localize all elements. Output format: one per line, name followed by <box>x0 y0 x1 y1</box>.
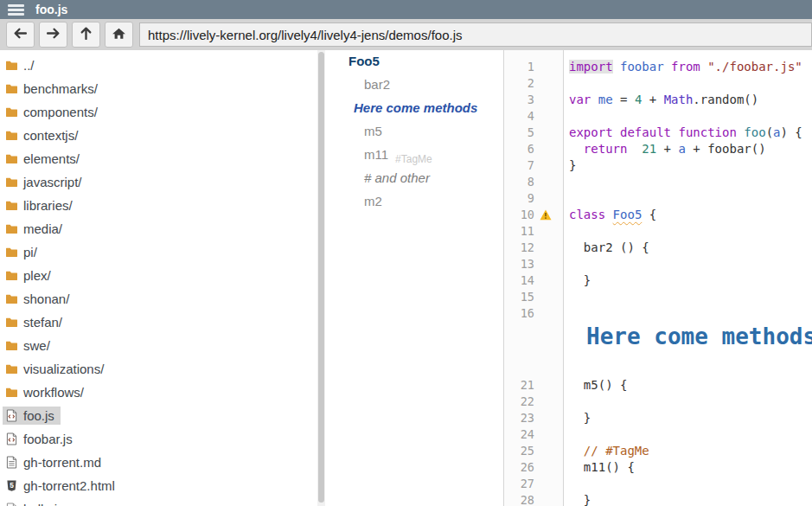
code-line[interactable]: import foobar from "./foobar.js" <box>569 59 812 75</box>
gutter-line-number[interactable]: 10 <box>504 207 563 223</box>
code-line[interactable]: } <box>569 157 812 174</box>
gutter-line-number[interactable]: 16 <box>504 305 563 322</box>
code-editor[interactable]: 123456789101112131415162122232425262728 … <box>504 50 812 506</box>
code-line[interactable] <box>569 476 812 492</box>
file-tree-item[interactable]: visualizations/ <box>0 357 325 381</box>
file-name: elements/ <box>23 151 80 166</box>
file-tree-item[interactable]: benchmarks/ <box>0 77 325 100</box>
svg-text:5: 5 <box>10 481 14 490</box>
file-tree-item[interactable]: libraries/ <box>0 194 325 217</box>
scrollbar-thumb[interactable] <box>318 52 324 503</box>
file-name: foobar.js <box>23 432 73 446</box>
gutter-line-number[interactable]: 3 <box>504 92 563 108</box>
code-line[interactable] <box>569 108 812 125</box>
gutter-line-number[interactable]: 7 <box>504 157 563 174</box>
back-button[interactable] <box>6 22 35 48</box>
gutter-line-number[interactable]: 6 <box>504 141 563 157</box>
file-tree-item[interactable]: swe/ <box>0 334 325 357</box>
gutter-line-number[interactable]: 1 <box>504 59 563 75</box>
gutter-line-number[interactable]: 4 <box>504 108 563 125</box>
outline-item-m5[interactable]: m5 <box>325 124 503 147</box>
gutter-line-number[interactable]: 11 <box>504 223 563 240</box>
file-tree-scrollbar[interactable] <box>317 50 325 506</box>
file-tree-item[interactable]: foo.js <box>0 404 325 427</box>
file-tree-item[interactable]: shonan/ <box>0 287 325 311</box>
outline-item-foo5[interactable]: Foo5 <box>325 54 503 77</box>
outline-item-m11[interactable]: m11#TagMe <box>325 147 503 170</box>
outline-label: m2 <box>364 194 382 208</box>
file-tree-item[interactable]: plex/ <box>0 264 325 287</box>
code-line[interactable]: var me = 4 + Math.random() <box>569 92 812 108</box>
token-plain: .random() <box>693 93 758 106</box>
file-tree-item[interactable]: ../ <box>0 54 325 77</box>
outline-item-bar2[interactable]: bar2 <box>325 77 503 100</box>
up-button[interactable] <box>72 22 100 48</box>
gutter-line-number[interactable]: 28 <box>504 492 563 506</box>
gutter-line-number[interactable]: 21 <box>504 377 563 394</box>
code-line[interactable] <box>569 394 812 410</box>
code-line[interactable]: class Foo5 { <box>569 207 812 223</box>
code-line[interactable] <box>569 426 812 443</box>
file-tree-item[interactable]: media/ <box>0 217 325 240</box>
code-line[interactable]: } <box>569 410 812 426</box>
file-tree-item[interactable]: pi/ <box>0 240 325 264</box>
gutter-line-number[interactable]: 26 <box>504 459 563 476</box>
code-line[interactable]: export default function foo(a) { <box>569 125 812 141</box>
code-line[interactable]: // #TagMe <box>569 443 812 459</box>
gutter-line-number[interactable]: 9 <box>504 190 563 207</box>
code-line[interactable]: return 21 + a + foobar() <box>569 141 812 157</box>
warning-icon[interactable] <box>540 209 552 221</box>
file-tree-item[interactable]: contextjs/ <box>0 124 325 147</box>
editor-code[interactable]: import foobar from "./foobar.js"var me =… <box>564 50 812 506</box>
gutter-line-number[interactable]: 12 <box>504 240 563 256</box>
file-tree-item[interactable]: elements/ <box>0 147 325 170</box>
code-line[interactable] <box>569 305 812 322</box>
code-line[interactable]: } <box>569 272 812 289</box>
file-tree-item[interactable]: workflows/ <box>0 381 325 404</box>
code-line[interactable]: m5() { <box>569 377 812 394</box>
file-tree-item[interactable]: 5gh-torrent2.html <box>0 474 325 497</box>
file-name: hello.js <box>23 502 64 506</box>
code-line[interactable] <box>569 174 812 190</box>
gutter-line-number[interactable]: 14 <box>504 272 563 289</box>
file-tree-item[interactable]: stefan/ <box>0 311 325 334</box>
token-str: "./foobar.js" <box>707 60 802 74</box>
file-tree-item[interactable]: javascript/ <box>0 170 325 194</box>
code-line[interactable] <box>569 190 812 207</box>
menu-icon[interactable] <box>8 4 24 16</box>
gutter-line-number[interactable]: 22 <box>504 394 563 410</box>
code-line[interactable]: } <box>569 492 812 506</box>
file-tree-item[interactable]: foobar.js <box>0 427 325 451</box>
folder-icon <box>4 315 19 330</box>
gutter-line-number[interactable]: 24 <box>504 426 563 443</box>
url-input[interactable] <box>139 22 812 47</box>
file-tree-item[interactable]: hello.js <box>0 497 325 506</box>
code-line[interactable] <box>569 256 812 272</box>
code-line[interactable]: bar2 () { <box>569 240 812 256</box>
token-plain <box>605 208 612 221</box>
gutter-line-number[interactable]: 23 <box>504 410 563 426</box>
token-id: a <box>773 125 780 139</box>
nav-bar <box>0 19 812 50</box>
gutter-line-number[interactable]: 2 <box>504 75 563 92</box>
file-tree-item[interactable]: gh-torrent.md <box>0 451 325 474</box>
file-tree-item[interactable]: components/ <box>0 100 325 124</box>
gutter-line-number[interactable]: 8 <box>504 174 563 190</box>
gutter-line-number[interactable]: 25 <box>504 443 563 459</box>
gutter-line-number[interactable]: 27 <box>504 476 563 492</box>
outline-label: # and other <box>364 170 430 185</box>
code-line[interactable]: m11() { <box>569 459 812 476</box>
outline-item-m2[interactable]: m2 <box>325 194 503 217</box>
gutter-line-number[interactable]: 15 <box>504 289 563 305</box>
outline-item-here-come-methods[interactable]: Here come methods <box>325 100 503 124</box>
code-line[interactable] <box>569 289 812 305</box>
code-line[interactable] <box>569 75 812 92</box>
gutter-line-number[interactable]: 5 <box>504 125 563 141</box>
forward-button[interactable] <box>39 22 67 48</box>
gutter-line-number[interactable]: 13 <box>504 256 563 272</box>
code-line[interactable] <box>569 223 812 240</box>
home-button[interactable] <box>105 22 133 48</box>
outline-label: m5 <box>364 124 382 138</box>
outline-item-and-other[interactable]: # and other <box>325 170 503 194</box>
outline-label: Foo5 <box>348 54 380 68</box>
